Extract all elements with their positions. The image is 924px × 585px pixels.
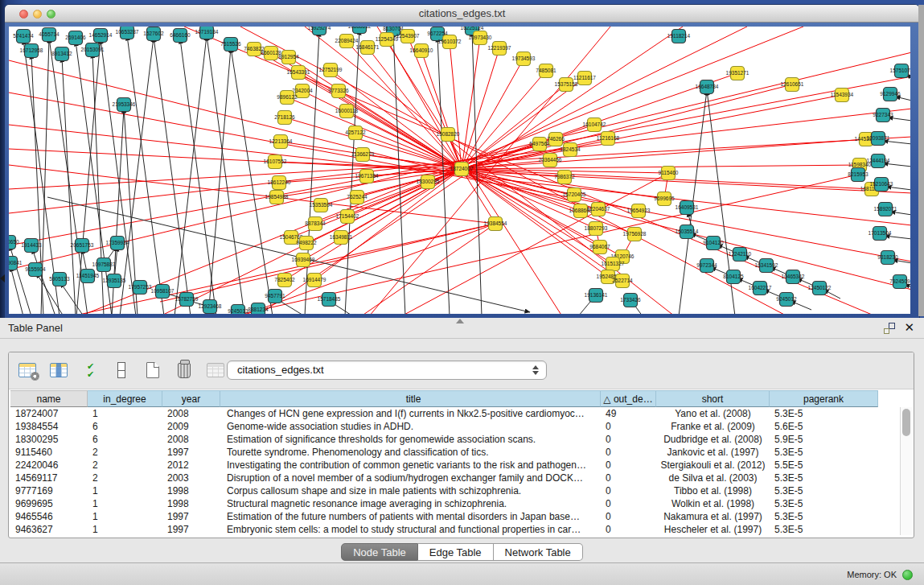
table-cell: 1 bbox=[88, 497, 162, 510]
graph-node-label: 19854988 bbox=[265, 194, 289, 200]
graph-node-label: 16543391 bbox=[287, 69, 310, 75]
graph-node-label: 10590841 bbox=[9, 260, 23, 266]
table-row[interactable]: 1938455462009Genome-wide association stu… bbox=[10, 420, 891, 433]
tab-network-table[interactable]: Network Table bbox=[494, 543, 583, 561]
delete-table-icon[interactable] bbox=[172, 358, 196, 382]
table-cell: 0 bbox=[601, 420, 656, 433]
graph-node-label: 15353594 bbox=[310, 202, 333, 208]
graph-node-label: 10465342 bbox=[782, 274, 805, 279]
table-row[interactable]: 946554611997Estimation of the future num… bbox=[10, 510, 891, 523]
graph-node-label: 9498222 bbox=[296, 240, 317, 245]
table-cell: Yano et al. (2008) bbox=[656, 407, 770, 420]
graph-edge bbox=[9, 165, 495, 224]
column-chooser-icon[interactable] bbox=[47, 358, 71, 382]
graph-node-label: 16151327 bbox=[602, 261, 625, 266]
graph-node-label: 15929274 bbox=[308, 27, 331, 31]
graph-node-label: 12213364 bbox=[269, 138, 293, 144]
table-row[interactable]: 1872400712008Changes of HCN gene express… bbox=[10, 407, 891, 420]
table-cell: 0 bbox=[601, 446, 656, 459]
graph-node-label: 8912954 bbox=[278, 54, 299, 60]
graph-node-label: 19351271 bbox=[726, 70, 749, 76]
memory-ok-indicator bbox=[902, 570, 913, 580]
close-panel-icon[interactable]: ✕ bbox=[904, 320, 914, 335]
graph-node-label: 11216168 bbox=[597, 135, 620, 141]
table-cell: 5.3E-5 bbox=[770, 407, 878, 420]
table-row[interactable]: 2242004622012Investigating the contribut… bbox=[10, 459, 891, 472]
vertical-scrollbar[interactable] bbox=[900, 407, 912, 535]
app-screen: citations_edges.txt 57414744055714269140… bbox=[0, 0, 924, 585]
graph-node-label: 9104120 bbox=[703, 240, 724, 245]
graph-node-label: 15892071 bbox=[874, 206, 897, 212]
graph-node-label: 19734593 bbox=[512, 56, 536, 61]
graph-edge bbox=[462, 165, 860, 169]
tab-node-table[interactable]: Node Table bbox=[341, 543, 418, 561]
row-toggle-icon[interactable] bbox=[109, 358, 133, 382]
graph-node-label: 5741474 bbox=[13, 33, 34, 39]
table-cell: Structural magnetic resonance image aver… bbox=[220, 497, 601, 510]
table-row[interactable]: 1830029562008Estimation of significance … bbox=[10, 433, 891, 446]
column-header-in_degree[interactable]: in_degree bbox=[88, 390, 162, 407]
select-rows-icon[interactable]: ✔✔ bbox=[78, 358, 102, 382]
column-header-short[interactable]: short bbox=[656, 390, 770, 407]
graph-node-label: 16648784 bbox=[696, 84, 719, 89]
table-row[interactable]: 969969511998Structural magnetic resonanc… bbox=[10, 497, 891, 510]
status-bar: Memory: OK bbox=[0, 562, 924, 585]
graph-node-label: 15375158 bbox=[555, 81, 578, 87]
graph-edge bbox=[47, 197, 530, 312]
graph-edge bbox=[314, 169, 462, 280]
import-table-icon[interactable] bbox=[203, 358, 228, 382]
column-header-pagerank[interactable]: pagerank bbox=[770, 390, 878, 407]
column-header-out_de[interactable]: △ out_de… bbox=[601, 390, 656, 407]
graph-edge bbox=[462, 95, 842, 169]
float-panel-icon[interactable] bbox=[884, 323, 895, 334]
graph-node-label: 15082820 bbox=[437, 131, 460, 137]
graph-node-label: 2718126 bbox=[274, 114, 295, 120]
graph-node-label: 746266 bbox=[547, 136, 565, 142]
graph-node-label: 1824534 bbox=[560, 146, 581, 152]
table-row[interactable]: 1456911722003Disruption of a novel membe… bbox=[10, 472, 891, 484]
graph-node-label: 2522714 bbox=[612, 278, 633, 283]
tab-edge-table[interactable]: Edge Table bbox=[418, 543, 494, 561]
graph-edge bbox=[9, 109, 910, 213]
new-table-icon[interactable] bbox=[141, 358, 165, 382]
table-cell: 5.3E-5 bbox=[770, 497, 878, 510]
network-canvas[interactable]: 5741474405571426914061465291410653287152… bbox=[9, 27, 910, 314]
table-cell: Genome-wide association studies in ADHD. bbox=[220, 420, 601, 433]
graph-node-label: 1914433 bbox=[21, 242, 42, 248]
table-cell: 5.3E-5 bbox=[770, 472, 878, 484]
graph-node-label: 9318230 bbox=[877, 254, 898, 260]
table-cell: Changes of HCN gene expression and I(f) … bbox=[220, 407, 601, 420]
network-graph: 5741474405571426914061465291410653287152… bbox=[9, 27, 910, 314]
graph-node-label: 16000118 bbox=[335, 108, 359, 113]
graph-node-label: 6497568 bbox=[529, 141, 550, 146]
window-titlebar[interactable]: citations_edges.txt bbox=[5, 5, 919, 23]
table-cell: 14569117 bbox=[10, 472, 88, 484]
column-header-year[interactable]: year bbox=[162, 390, 220, 407]
graph-edge bbox=[890, 212, 910, 215]
graph-edge bbox=[10, 245, 31, 314]
table-row[interactable]: 977716911998Corpus callosum shape and si… bbox=[10, 484, 891, 497]
scrollbar-thumb[interactable] bbox=[902, 409, 910, 436]
graph-node-label: 9699695 bbox=[654, 196, 675, 201]
graph-node-label: 8104125 bbox=[723, 274, 744, 279]
table-cell: 19384554 bbox=[10, 420, 88, 433]
graph-edge bbox=[10, 266, 23, 314]
graph-edge bbox=[883, 141, 910, 144]
table-toolbar: ✔✔f(x) citations_edges.txt bbox=[9, 352, 914, 389]
split-divider-handle[interactable] bbox=[456, 319, 464, 323]
graph-edge bbox=[180, 39, 216, 314]
table-source-select[interactable]: citations_edges.txt bbox=[227, 360, 547, 380]
table-row[interactable]: 946362711997Embryonic stem cells: a mode… bbox=[10, 523, 891, 536]
graph-node-label: 15718485 bbox=[318, 296, 341, 302]
graph-node-label: 19671384 bbox=[355, 173, 379, 179]
table-row[interactable]: 911546021997Tourette syndrome. Phenomeno… bbox=[10, 446, 891, 459]
graph-node-label: 12093871 bbox=[867, 135, 890, 141]
graph-node-label: 9896122 bbox=[277, 94, 298, 100]
graph-node-label: 12444194 bbox=[867, 158, 890, 163]
graph-node-label: 18724007 bbox=[450, 166, 474, 171]
collapse-arrow-icon[interactable] bbox=[0, 274, 5, 282]
column-header-name[interactable]: name bbox=[10, 390, 88, 407]
table-settings-icon[interactable] bbox=[15, 358, 39, 382]
column-header-title[interactable]: title bbox=[220, 390, 601, 407]
graph-node-label: 12935135 bbox=[103, 278, 126, 283]
